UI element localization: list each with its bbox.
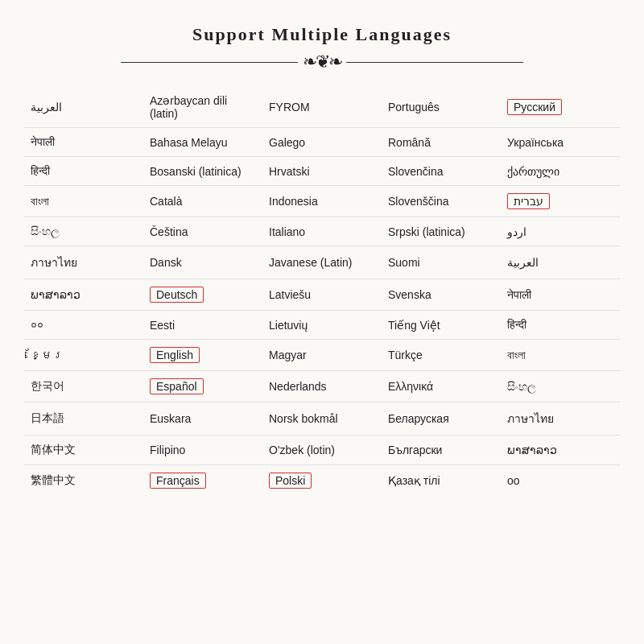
language-cell: 한국어 — [24, 371, 143, 402]
language-cell: ქართული — [501, 157, 620, 186]
language-cell: Українська — [501, 128, 620, 157]
language-cell: 简体中文 — [24, 436, 143, 465]
language-label-boxed: Français — [150, 473, 206, 489]
language-cell: العربية — [501, 246, 620, 279]
language-cell: Lietuvių — [262, 311, 382, 340]
language-cell: हिन्दी — [501, 311, 620, 340]
language-cell: ພາສາລາວ — [24, 279, 143, 311]
language-cell: Suomi — [382, 246, 501, 279]
table-row: සිංහලČeštinaItalianoSrpski (latinica)ارد… — [24, 217, 620, 246]
language-cell: Italiano — [262, 217, 382, 246]
language-cell: ພາສາລາວ — [501, 436, 620, 465]
table-row: ພາສາລາວDeutschLatviešuSvenskaनेपाली — [24, 279, 620, 311]
language-cell: Hrvatski — [262, 157, 382, 186]
language-cell: සිංහල — [501, 371, 620, 402]
language-label-boxed: English — [150, 347, 200, 363]
language-cell: ខ្មែរ — [24, 340, 143, 371]
table-row: नेपालीBahasa MelayuGalegoRomânăУкраїнськ… — [24, 128, 620, 157]
language-cell: Nederlands — [262, 371, 382, 402]
language-cell[interactable]: Español — [143, 371, 262, 402]
page-header: Support Multiple Languages ❧❦❧ — [24, 24, 620, 72]
language-cell: Slovenčina — [382, 157, 501, 186]
table-row: 繁體中文FrançaisPolskiҚазақ тіліoo — [24, 465, 620, 497]
language-label-boxed: Español — [150, 378, 204, 394]
language-cell: Български — [382, 436, 501, 465]
language-cell: नेपाली — [24, 128, 143, 157]
language-label-boxed: Deutsch — [150, 287, 204, 303]
language-cell: Čeština — [143, 217, 262, 246]
table-row: ภาษาไทยDanskJavanese (Latin)Suomiالعربية — [24, 246, 620, 279]
language-cell: Беларуская — [382, 402, 501, 436]
language-cell: Filipino — [143, 436, 262, 465]
language-cell: Srpski (latinica) — [382, 217, 501, 246]
language-cell: Română — [382, 128, 501, 157]
language-cell: ०० — [24, 311, 143, 340]
language-label-boxed: Русский — [507, 99, 562, 115]
language-cell: العربية — [24, 87, 143, 128]
table-row: हिन्दीBosanski (latinica)HrvatskiSlovenč… — [24, 157, 620, 186]
language-cell: اردو — [501, 217, 620, 246]
language-cell: Indonesia — [262, 186, 382, 217]
language-cell: Bahasa Melayu — [143, 128, 262, 157]
language-cell[interactable]: Русский — [501, 87, 620, 128]
language-cell[interactable]: Deutsch — [143, 279, 262, 311]
language-cell: Magyar — [262, 340, 382, 371]
divider-line-right — [346, 62, 523, 63]
divider-line-left — [121, 62, 298, 63]
language-cell: Ελληνικά — [382, 371, 501, 402]
languages-table: العربيةAzərbaycan dili (latin)FYROMPortu… — [24, 87, 620, 496]
language-label-boxed: Polski — [269, 473, 312, 489]
language-cell: বাংলা — [501, 340, 620, 371]
language-cell: FYROM — [262, 87, 382, 128]
table-row: ខ្មែរEnglishMagyarTürkçeবাংলা — [24, 340, 620, 371]
language-cell: Català — [143, 186, 262, 217]
language-cell: Қазақ тілі — [382, 465, 501, 497]
language-cell: नेपाली — [501, 279, 620, 311]
language-cell: Svenska — [382, 279, 501, 311]
table-row: 日本語EuskaraNorsk bokmålБеларускаяภาษาไทย — [24, 402, 620, 436]
divider-ornament: ❧❦❧ — [303, 52, 341, 72]
language-cell: हिन्दी — [24, 157, 143, 186]
language-cell[interactable]: English — [143, 340, 262, 371]
language-cell: Dansk — [143, 246, 262, 279]
language-cell[interactable]: Polski — [262, 465, 382, 497]
table-row: ००EestiLietuviųTiếng Việtहिन्दी — [24, 311, 620, 340]
language-cell: 繁體中文 — [24, 465, 143, 497]
language-cell: O'zbek (lotin) — [262, 436, 382, 465]
language-cell: Galego — [262, 128, 382, 157]
language-cell[interactable]: Français — [143, 465, 262, 497]
language-cell: Norsk bokmål — [262, 402, 382, 436]
language-cell: 日本語 — [24, 402, 143, 436]
language-cell: Eesti — [143, 311, 262, 340]
header-divider: ❧❦❧ — [24, 52, 620, 72]
language-cell: Javanese (Latin) — [262, 246, 382, 279]
language-cell: বাংলা — [24, 186, 143, 217]
page-title: Support Multiple Languages — [24, 24, 620, 45]
language-cell: Euskara — [143, 402, 262, 436]
language-cell: oo — [501, 465, 620, 497]
table-row: 简体中文FilipinoO'zbek (lotin)Българскиພາສາລ… — [24, 436, 620, 465]
language-cell: Slovenščina — [382, 186, 501, 217]
table-row: العربيةAzərbaycan dili (latin)FYROMPortu… — [24, 87, 620, 128]
language-cell: Türkçe — [382, 340, 501, 371]
language-cell[interactable]: עברית — [501, 186, 620, 217]
table-row: বাংলাCatalàIndonesiaSlovenščinaעברית — [24, 186, 620, 217]
page: Support Multiple Languages ❧❦❧ العربيةAz… — [0, 0, 644, 512]
language-cell: Azərbaycan dili (latin) — [143, 87, 262, 128]
table-row: 한국어EspañolNederlandsΕλληνικάසිංහල — [24, 371, 620, 402]
language-label-boxed: עברית — [507, 193, 550, 209]
language-cell: සිංහල — [24, 217, 143, 246]
language-cell: Latviešu — [262, 279, 382, 311]
language-cell: Português — [382, 87, 501, 128]
language-cell: Bosanski (latinica) — [143, 157, 262, 186]
language-cell: ภาษาไทย — [501, 402, 620, 436]
language-cell: Tiếng Việt — [382, 311, 501, 340]
language-cell: ภาษาไทย — [24, 246, 143, 279]
